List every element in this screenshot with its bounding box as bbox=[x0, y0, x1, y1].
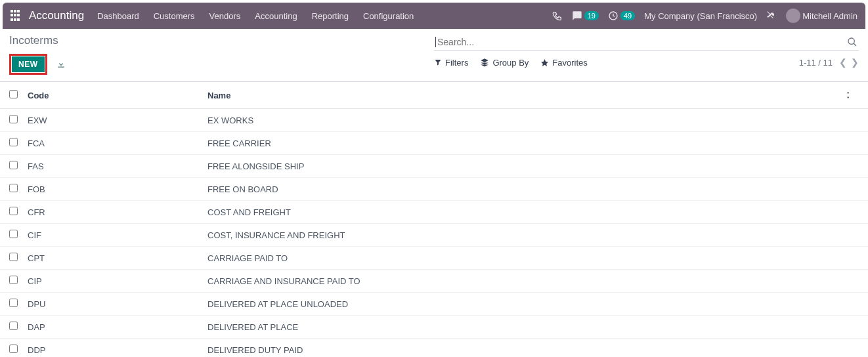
avatar-icon bbox=[786, 9, 800, 23]
cell-code: CIF bbox=[28, 230, 207, 240]
table-row[interactable]: CFRCOST AND FREIGHT bbox=[0, 201, 868, 224]
row-checkbox[interactable] bbox=[9, 115, 18, 123]
cell-code: FOB bbox=[28, 184, 207, 194]
row-checkbox[interactable] bbox=[9, 253, 18, 261]
cell-code: CPT bbox=[28, 253, 207, 263]
filters-button[interactable]: Filters bbox=[434, 58, 468, 68]
tools-icon[interactable] bbox=[766, 10, 777, 21]
cell-code: FAS bbox=[28, 161, 207, 171]
pager: 1-11 / 11 ❮ ❯ bbox=[799, 57, 859, 68]
table-row[interactable]: DDPDELIVERED DUTY PAID bbox=[0, 339, 868, 357]
search-icon[interactable] bbox=[847, 37, 857, 47]
layers-icon bbox=[480, 58, 489, 67]
svg-point-2 bbox=[848, 92, 849, 93]
cell-name: FREE CARRIER bbox=[207, 138, 840, 148]
column-code[interactable]: Code bbox=[28, 91, 207, 100]
cell-name: CARRIAGE PAID TO bbox=[207, 253, 840, 263]
table-row[interactable]: FCAFREE CARRIER bbox=[0, 132, 868, 155]
cell-code: DPU bbox=[28, 299, 207, 309]
table-row[interactable]: CIPCARRIAGE AND INSURANCE PAID TO bbox=[0, 270, 868, 293]
row-checkbox[interactable] bbox=[9, 138, 18, 146]
column-name[interactable]: Name bbox=[207, 91, 840, 100]
row-checkbox[interactable] bbox=[9, 299, 18, 307]
cell-name: DELIVERED AT PLACE bbox=[207, 322, 840, 332]
svg-point-1 bbox=[848, 38, 854, 44]
activities-icon[interactable]: 49 bbox=[608, 10, 635, 21]
control-panel: Incoterms NEW Filters Group By bbox=[0, 29, 868, 75]
cell-name: COST AND FREIGHT bbox=[207, 207, 840, 217]
row-checkbox[interactable] bbox=[9, 322, 18, 330]
user-menu[interactable]: Mitchell Admin bbox=[786, 9, 857, 23]
table-row[interactable]: CIFCOST, INSURANCE AND FREIGHT bbox=[0, 224, 868, 247]
incoterms-table: Code Name EXWEX WORKSFCAFREE CARRIERFASF… bbox=[0, 82, 868, 357]
cell-code: EXW bbox=[28, 116, 207, 125]
row-checkbox[interactable] bbox=[9, 230, 18, 238]
table-row[interactable]: FASFREE ALONGSIDE SHIP bbox=[0, 155, 868, 178]
cell-code: DDP bbox=[28, 345, 207, 355]
page-title: Incoterms bbox=[9, 34, 434, 47]
menu-dashboard[interactable]: Dashboard bbox=[97, 11, 139, 21]
download-icon[interactable] bbox=[56, 60, 66, 69]
menu-reporting[interactable]: Reporting bbox=[312, 11, 349, 21]
pager-prev[interactable]: ❮ bbox=[839, 57, 847, 68]
favorites-button[interactable]: Favorites bbox=[540, 58, 587, 68]
cell-name: EX WORKS bbox=[207, 116, 840, 125]
app-title[interactable]: Accounting bbox=[29, 9, 84, 22]
row-checkbox[interactable] bbox=[9, 161, 18, 169]
messages-badge: 19 bbox=[584, 11, 599, 20]
table-header: Code Name bbox=[0, 82, 868, 109]
star-icon bbox=[540, 58, 549, 67]
search-box[interactable] bbox=[434, 34, 859, 51]
groupby-label: Group By bbox=[492, 58, 529, 68]
filter-icon bbox=[434, 58, 442, 66]
new-button[interactable]: NEW bbox=[12, 56, 45, 72]
favorites-label: Favorites bbox=[552, 58, 587, 68]
company-selector[interactable]: My Company (San Francisco) bbox=[644, 11, 757, 21]
activities-badge: 49 bbox=[620, 11, 635, 20]
table-row[interactable]: CPTCARRIAGE PAID TO bbox=[0, 247, 868, 270]
row-checkbox[interactable] bbox=[9, 276, 18, 284]
topbar: Accounting Dashboard Customers Vendors A… bbox=[3, 3, 865, 29]
table-row[interactable]: DAPDELIVERED AT PLACE bbox=[0, 316, 868, 339]
groupby-button[interactable]: Group By bbox=[480, 58, 529, 68]
new-button-highlight: NEW bbox=[9, 54, 47, 75]
cell-code: CFR bbox=[28, 207, 207, 217]
menu-vendors[interactable]: Vendors bbox=[209, 11, 241, 21]
cell-name: FREE ALONGSIDE SHIP bbox=[207, 161, 840, 171]
select-all-checkbox[interactable] bbox=[9, 90, 18, 98]
table-row[interactable]: FOBFREE ON BOARD bbox=[0, 178, 868, 201]
top-menu: Dashboard Customers Vendors Accounting R… bbox=[97, 11, 414, 21]
cell-name: FREE ON BOARD bbox=[207, 184, 840, 194]
table-row[interactable]: EXWEX WORKS bbox=[0, 109, 868, 132]
cell-code: FCA bbox=[28, 138, 207, 148]
menu-customers[interactable]: Customers bbox=[154, 11, 195, 21]
table-row[interactable]: DPUDELIVERED AT PLACE UNLOADED bbox=[0, 293, 868, 316]
pager-next[interactable]: ❯ bbox=[851, 57, 859, 68]
row-checkbox[interactable] bbox=[9, 345, 18, 353]
column-options-icon[interactable] bbox=[840, 91, 859, 100]
user-name: Mitchell Admin bbox=[802, 11, 857, 21]
cell-name: CARRIAGE AND INSURANCE PAID TO bbox=[207, 276, 840, 286]
phone-icon[interactable] bbox=[552, 10, 563, 21]
menu-accounting[interactable]: Accounting bbox=[255, 11, 297, 21]
cell-name: DELIVERED AT PLACE UNLOADED bbox=[207, 299, 840, 309]
cell-code: CIP bbox=[28, 276, 207, 286]
pager-text: 1-11 / 11 bbox=[799, 58, 833, 68]
cell-code: DAP bbox=[28, 322, 207, 332]
row-checkbox[interactable] bbox=[9, 207, 18, 215]
filters-label: Filters bbox=[445, 58, 468, 68]
cell-name: DELIVERED DUTY PAID bbox=[207, 345, 840, 355]
messages-icon[interactable]: 19 bbox=[572, 10, 599, 21]
menu-configuration[interactable]: Configuration bbox=[363, 11, 414, 21]
search-input[interactable] bbox=[437, 37, 847, 47]
apps-icon[interactable] bbox=[11, 10, 22, 22]
cell-name: COST, INSURANCE AND FREIGHT bbox=[207, 230, 840, 240]
svg-point-3 bbox=[848, 96, 849, 98]
row-checkbox[interactable] bbox=[9, 184, 18, 192]
